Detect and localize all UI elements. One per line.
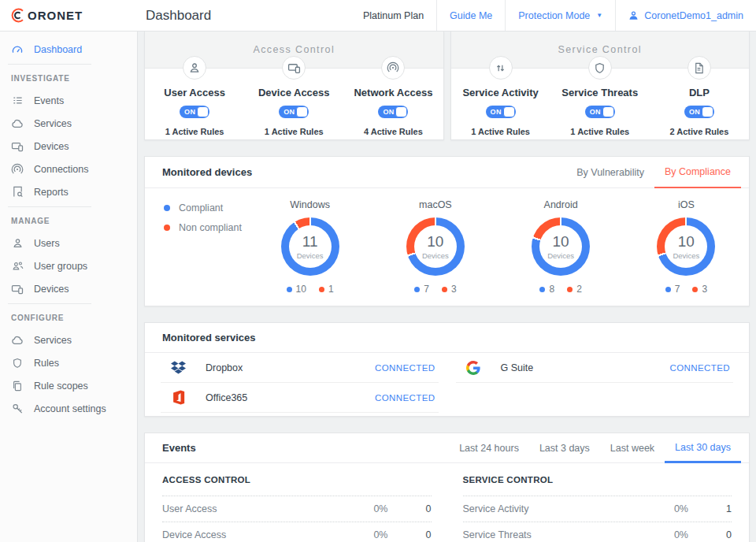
sidebar-item-connections[interactable]: Connections <box>0 161 137 177</box>
legend-non-compliant: Non compliant <box>164 222 247 233</box>
active-rules-label[interactable]: 1 Active Rules <box>570 127 629 136</box>
sidebar-item-label: Services <box>34 335 72 346</box>
donut-ring: 10 Devices <box>406 217 465 276</box>
user-menu[interactable]: CoronetDemo1_admin <box>615 0 756 31</box>
sidebar-item-events[interactable]: Events <box>0 92 137 109</box>
tab-last-24-hours[interactable]: Last 24 hours <box>449 433 529 463</box>
chart-title: Android <box>544 199 578 210</box>
device-access-column: Device Access ON 1 Active Rules <box>244 69 343 136</box>
toggle-state-label: ON <box>689 108 700 116</box>
sidebar-item-label: User groups <box>34 261 87 272</box>
gauge-icon <box>11 43 24 56</box>
divider <box>8 303 91 304</box>
event-percent: 0% <box>333 529 388 540</box>
sidebar-item-account-settings[interactable]: Account settings <box>0 400 137 417</box>
non-compliant-count: 3 <box>692 284 707 295</box>
sidebar-item-services[interactable]: Services <box>0 115 137 132</box>
red-dot <box>442 287 447 292</box>
logo-text: ORONET <box>28 9 83 22</box>
sidebar-item-users[interactable]: Users <box>0 235 137 251</box>
windows-donut-chart: Windows 11 Devices 10 1 <box>247 199 372 295</box>
non-compliant-count: 1 <box>319 284 334 295</box>
toggle-knob <box>602 106 614 117</box>
sidebar-item-reports[interactable]: Reports <box>0 184 137 200</box>
sidebar-item-rule-scopes[interactable]: Rule scopes <box>0 377 137 394</box>
column-heading: ACCESS CONTROL <box>162 463 432 496</box>
coronet-logo-icon <box>9 7 26 24</box>
sidebar-item-label: Reports <box>34 187 69 198</box>
sidebar-item-devices-manage[interactable]: Devices <box>0 280 137 297</box>
gsuite-icon <box>465 361 481 375</box>
access-control-events-column: ACCESS CONTROL User Access 0% 0 Device A… <box>162 463 432 542</box>
event-count: 0 <box>388 529 432 540</box>
sidebar-item-services-configure[interactable]: Services <box>0 332 137 348</box>
sidebar: Dashboard INVESTIGATE Events Services De… <box>0 32 138 542</box>
tab-last-3-days[interactable]: Last 3 days <box>529 433 600 463</box>
device-unit: Devices <box>547 251 574 260</box>
active-rules-label[interactable]: 1 Active Rules <box>165 127 224 136</box>
device-unit: Devices <box>673 251 699 260</box>
panel-title: Monitored services <box>145 323 256 352</box>
protection-mode-dropdown[interactable]: Protection Mode ▼ <box>505 0 615 31</box>
tab-by-vulnerability[interactable]: By Vulnerability <box>566 157 654 188</box>
event-percent: 0% <box>333 503 388 514</box>
coronet-logo[interactable]: ORONET <box>0 0 138 31</box>
device-total: 11 <box>302 233 318 251</box>
active-rules-label[interactable]: 1 Active Rules <box>471 127 530 136</box>
section-manage: MANAGE <box>0 217 137 225</box>
network-access-toggle[interactable]: ON <box>378 106 408 118</box>
active-rules-label[interactable]: 2 Active Rules <box>670 127 729 136</box>
service-activity-column: Service Activity ON 1 Active Rules <box>451 69 550 136</box>
blue-dot <box>665 287 671 292</box>
monitored-devices-panel: Monitored devices By Vulnerability By Co… <box>144 156 750 306</box>
compliant-count: 10 <box>287 284 306 295</box>
control-label: User Access <box>164 87 225 98</box>
service-name: Dropbox <box>206 362 243 373</box>
control-label: DLP <box>689 87 710 98</box>
panel-title: Events <box>145 433 196 462</box>
tab-by-compliance[interactable]: By Compliance <box>654 157 741 188</box>
service-threats-toggle[interactable]: ON <box>585 106 615 118</box>
service-threats-column: Service Threats ON 1 Active Rules <box>550 69 650 136</box>
legend-label: Compliant <box>179 202 223 213</box>
service-name: Office365 <box>206 392 247 403</box>
red-dot <box>164 225 170 231</box>
divider <box>8 64 91 65</box>
service-activity-toggle[interactable]: ON <box>486 106 516 118</box>
tab-last-week[interactable]: Last week <box>600 433 665 463</box>
plan-badge: Platinum Plan <box>350 0 436 31</box>
dlp-toggle[interactable]: ON <box>684 106 714 118</box>
sidebar-item-rules[interactable]: Rules <box>0 355 137 371</box>
sidebar-item-label: Services <box>34 118 72 129</box>
control-label: Device Access <box>258 87 330 98</box>
toggle-knob <box>503 106 515 117</box>
sidebar-item-user-groups[interactable]: User groups <box>0 258 137 274</box>
service-status[interactable]: CONNECTED <box>375 393 435 403</box>
device-access-toggle[interactable]: ON <box>279 106 309 118</box>
non-compliant-count: 3 <box>442 284 457 295</box>
key-icon <box>11 403 24 415</box>
compliant-count: 7 <box>665 284 680 295</box>
control-label: Network Access <box>354 87 432 98</box>
tab-last-30-days[interactable]: Last 30 days <box>665 433 741 463</box>
sidebar-item-label: Events <box>34 95 64 106</box>
up-down-arrows-icon <box>489 56 513 80</box>
device-total: 10 <box>427 233 443 251</box>
event-percent: 0% <box>633 503 688 514</box>
service-status[interactable]: CONNECTED <box>375 363 435 373</box>
event-percent: 0% <box>633 529 688 540</box>
ios-donut-chart: iOS 10 Devices 7 3 <box>624 199 749 295</box>
device-unit: Devices <box>422 251 449 260</box>
device-total: 10 <box>678 233 695 251</box>
service-status[interactable]: CONNECTED <box>670 363 730 373</box>
active-rules-label[interactable]: 4 Active Rules <box>364 127 423 136</box>
toggle-knob <box>702 106 713 117</box>
event-row-service-threats: Service Threats 0% 0 <box>463 522 732 542</box>
sidebar-item-devices[interactable]: Devices <box>0 138 137 154</box>
guide-me-button[interactable]: Guide Me <box>436 0 505 31</box>
sidebar-item-label: Rule scopes <box>34 381 88 392</box>
sidebar-item-dashboard[interactable]: Dashboard <box>0 41 137 58</box>
user-access-column: User Access ON 1 Active Rules <box>145 69 244 136</box>
active-rules-label[interactable]: 1 Active Rules <box>265 127 324 136</box>
user-access-toggle[interactable]: ON <box>180 106 209 118</box>
